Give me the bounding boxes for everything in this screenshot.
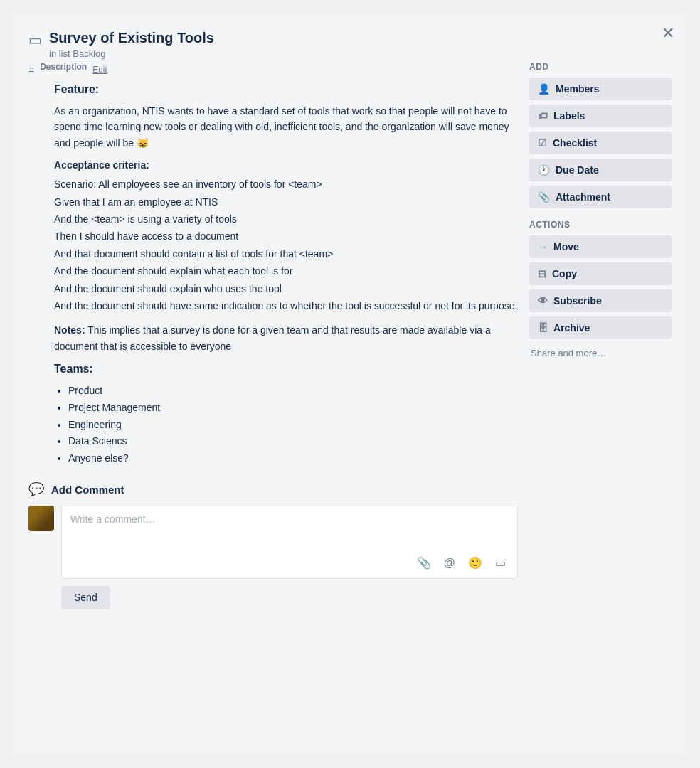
card-icon: ▭ [28,31,42,48]
acceptance-heading: Acceptance criteria: [54,159,518,171]
acceptance-line: And the document should explain what eac… [54,263,518,279]
copy-label: Copy [552,268,577,279]
team-item: Data Sciencs [68,433,518,450]
notes: Notes: This implies that a survey is don… [54,322,518,354]
archive-button[interactable]: 🗄 Archive [529,316,672,339]
subscribe-icon: 👁 [538,295,548,306]
notes-label: Notes: [54,324,85,336]
comment-header: 💬 Add Comment [28,481,518,497]
edit-link[interactable]: Edit [92,65,107,75]
acceptance-lines: Scenario: All employees see an inventory… [54,176,518,314]
format-button[interactable]: ▭ [492,555,509,571]
close-button[interactable]: ✕ [662,26,674,41]
emoji-button[interactable]: 🙂 [465,555,485,571]
actions-section-title: Actions [529,220,672,230]
card-modal: ✕ ▭ Survey of Existing Tools in list Bac… [14,14,686,754]
comment-toolbar: 📎 @ 🙂 ▭ [70,555,509,571]
acceptance-line: And the document should have some indica… [54,298,518,314]
due-date-label: Due Date [556,164,599,176]
acceptance-line: Scenario: All employees see an inventory… [54,176,518,192]
subscribe-label: Subscribe [553,295,602,306]
acceptance-line: And the <team> is using a variety of too… [54,211,518,227]
due-date-button[interactable]: 🕐 Due Date [529,159,672,181]
description-icon: ≡ [28,64,34,75]
move-icon: → [538,241,548,252]
card-list-ref: in list Backlog [49,48,643,59]
list-link[interactable]: Backlog [73,48,105,59]
team-item: Project Management [68,400,518,417]
avatar-image [28,506,54,531]
notes-text: This implies that a survey is done for a… [54,324,491,351]
checklist-button[interactable]: ☑ Checklist [529,132,672,154]
subscribe-button[interactable]: 👁 Subscribe [529,289,672,312]
copy-icon: ⊟ [538,268,546,279]
members-icon: 👤 [538,83,550,95]
description-label: Description [40,62,87,72]
comment-box[interactable]: 📎 @ 🙂 ▭ [61,506,518,579]
add-section-title: Add [529,62,672,72]
comment-textarea[interactable] [70,513,509,549]
comment-icon: 💬 [28,481,44,497]
feature-heading: Feature: [54,83,518,96]
acceptance-line: Given that I am an employee at NTIS [54,194,518,210]
modal-body: ≡ Description Edit Feature: As an organi… [28,62,672,732]
acceptance-line: And that document should contain a list … [54,246,518,262]
due-date-icon: 🕐 [538,164,550,176]
send-button[interactable]: Send [61,586,110,609]
archive-icon: 🗄 [538,322,548,334]
share-link[interactable]: Share and more… [529,345,672,361]
checklist-icon: ☑ [538,137,547,149]
members-button[interactable]: 👤 Members [529,78,672,100]
copy-button[interactable]: ⊟ Copy [529,262,672,285]
team-item: Engineering [68,417,518,434]
labels-button[interactable]: 🏷 Labels [529,105,672,127]
archive-label: Archive [553,322,590,334]
card-title: Survey of Existing Tools [49,28,643,47]
move-button[interactable]: → Move [529,235,672,258]
mention-button[interactable]: @ [441,555,458,571]
header-title-block: Survey of Existing Tools in list Backlog [49,28,643,59]
attachment-button[interactable]: 📎 Attachment [529,186,672,208]
list-prefix: in list [49,48,70,59]
acceptance-line: Then I should have access to a document [54,228,518,244]
description-section: Feature: As an organization, NTIS wants … [28,83,518,467]
teams-heading: Teams: [54,363,518,375]
members-label: Members [556,83,599,95]
avatar [28,506,54,531]
team-item: Product [68,383,518,400]
labels-label: Labels [553,110,585,122]
move-label: Move [553,241,579,252]
comment-section: 💬 Add Comment 📎 @ 🙂 ▭ [28,481,518,609]
attach-button[interactable]: 📎 [414,555,434,571]
labels-icon: 🏷 [538,110,548,122]
feature-body: As an organization, NTIS wants to have a… [54,103,518,151]
description-label-row: ≡ Description Edit [28,62,518,78]
acceptance-line: And the document should explain who uses… [54,281,518,297]
main-content: ≡ Description Edit Feature: As an organi… [28,62,518,732]
modal-header: ▭ Survey of Existing Tools in list Backl… [28,28,672,59]
teams-list: ProductProject ManagementEngineeringData… [68,383,518,467]
team-item: Anyone else? [68,450,518,467]
attachment-label: Attachment [556,191,610,203]
attachment-icon: 📎 [538,191,550,203]
sidebar: Add 👤 Members 🏷 Labels ☑ Checklist 🕐 Due… [529,62,672,732]
comment-title: Add Comment [51,484,124,496]
checklist-label: Checklist [553,137,597,149]
comment-input-row: 📎 @ 🙂 ▭ [28,506,518,579]
